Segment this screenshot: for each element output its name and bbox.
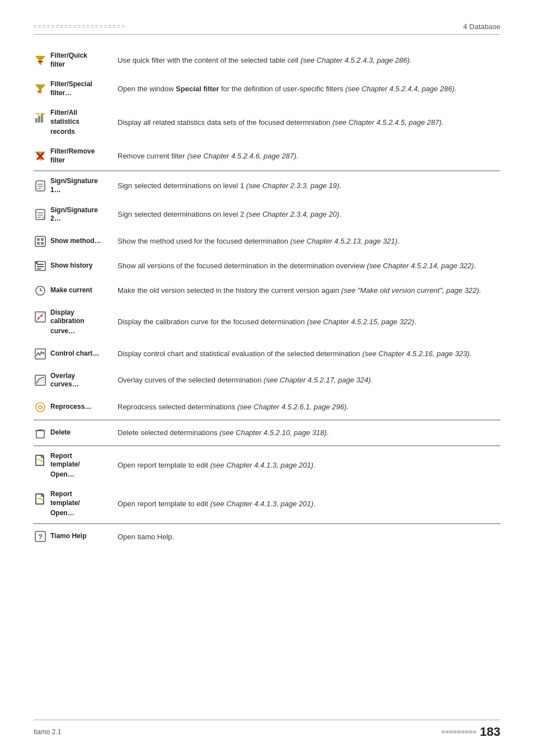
svg-rect-4 bbox=[35, 118, 38, 123]
svg-rect-24 bbox=[41, 242, 44, 245]
svg-text:?: ? bbox=[37, 90, 40, 95]
special-filter-icon: ? bbox=[34, 82, 47, 96]
report-template-icon bbox=[34, 492, 47, 506]
svg-text:?: ? bbox=[38, 533, 43, 541]
desc-report-template-2: Open report template to edit (see Chapte… bbox=[106, 484, 500, 524]
label-show-history: Show history bbox=[50, 262, 92, 270]
label-filter-all-stats: Filter/All statistics bbox=[50, 109, 102, 126]
label-sign1: Sign/Signature 1… bbox=[50, 177, 102, 194]
label-make-current: Make current bbox=[50, 286, 92, 295]
icon-cell-filter-remove: Filter/Remove filter bbox=[34, 142, 106, 171]
label-show-method: Show method… bbox=[50, 237, 101, 246]
label-sign2: Sign/Signature 2… bbox=[50, 206, 102, 223]
label-delete: Delete bbox=[50, 428, 71, 437]
help-icon: ? bbox=[34, 530, 47, 543]
main-table: Filter/Quick filterUse quick filter with… bbox=[34, 46, 500, 549]
desc-delete: Delete selected determinations (see Chap… bbox=[106, 420, 500, 446]
page-number: 183 bbox=[480, 725, 500, 739]
footer-left: tiamo 2.1 bbox=[34, 728, 61, 736]
desc-sign1: Sign selected determinations on level 1 … bbox=[106, 171, 500, 200]
desc-filter-all-stats: Display all related statistics data sets… bbox=[106, 103, 500, 142]
delete-icon bbox=[34, 426, 47, 440]
show-method-icon bbox=[34, 235, 47, 248]
display-cal-icon bbox=[34, 310, 47, 324]
svg-rect-5 bbox=[38, 116, 40, 123]
desc-display-cal: Display the calibration curve for the fo… bbox=[106, 303, 500, 342]
svg-rect-22 bbox=[41, 238, 44, 241]
icon-cell-report-template-2: Report template/Open… bbox=[34, 484, 106, 524]
sign1-icon bbox=[34, 179, 47, 193]
desc-control-chart: Display control chart and statistical ev… bbox=[106, 342, 500, 366]
icon-cell-control-chart: Control chart… bbox=[34, 342, 106, 366]
control-chart-icon bbox=[34, 347, 47, 361]
desc-filter-remove: Remove current filter (see Chapter 4.5.2… bbox=[106, 142, 500, 171]
top-chapter: 4 Database bbox=[463, 22, 501, 31]
desc-reprocess: Reprodcess selected determinations (see … bbox=[106, 395, 500, 420]
label-overlay-curves: Overlay curves… bbox=[50, 372, 102, 389]
svg-marker-44 bbox=[36, 455, 44, 465]
label-reprocess: Reprocess… bbox=[50, 403, 91, 412]
desc-filter-quick: Use quick filter with the content of the… bbox=[106, 46, 500, 74]
all-stats-icon bbox=[34, 111, 47, 124]
svg-rect-38 bbox=[36, 431, 44, 438]
icon-cell-sign2: 2Sign/Signature 2… bbox=[34, 200, 106, 229]
svg-marker-0 bbox=[35, 56, 45, 65]
desc-report-template-1: Open report template to edit (see Chapte… bbox=[106, 446, 500, 485]
label-display-cal: Display calibration bbox=[50, 309, 102, 326]
overlay-curves-icon bbox=[34, 374, 47, 387]
icon-cell-show-history: Show history bbox=[34, 254, 106, 278]
remove-filter-icon bbox=[34, 150, 47, 163]
footer-right: ========= 183 bbox=[441, 725, 500, 739]
label-filter-quick: Filter/Quick filter bbox=[50, 52, 102, 69]
desc-overlay-curves: Overlay curves of the selected determina… bbox=[106, 366, 500, 395]
label-filter-remove: Filter/Remove filter bbox=[50, 147, 102, 165]
label-tiamo-help: Tiamo Help bbox=[50, 532, 86, 541]
page: ===================== 4 Database Filter/… bbox=[0, 0, 534, 756]
svg-rect-23 bbox=[37, 242, 40, 245]
icon-cell-make-current: Make current bbox=[34, 278, 106, 303]
svg-rect-27 bbox=[37, 266, 44, 267]
top-bar: ===================== 4 Database bbox=[34, 22, 500, 35]
sign2-icon: 2 bbox=[34, 208, 47, 221]
quick-filter-icon bbox=[34, 54, 47, 67]
svg-rect-28 bbox=[37, 268, 41, 269]
label-filter-special: Filter/Special filter… bbox=[50, 80, 102, 97]
icon-cell-filter-all-stats: Filter/All statisticsrecords bbox=[34, 103, 106, 142]
svg-point-33 bbox=[41, 315, 43, 317]
svg-point-37 bbox=[36, 403, 45, 412]
desc-filter-special: Open the window Special filter for the d… bbox=[106, 74, 500, 103]
icon-cell-show-method: Show method… bbox=[34, 229, 106, 254]
report-template-icon bbox=[34, 454, 47, 467]
bottom-bar: tiamo 2.1 ========= 183 bbox=[34, 720, 500, 739]
svg-marker-46 bbox=[36, 494, 44, 504]
icon-cell-overlay-curves: Overlay curves… bbox=[34, 366, 106, 395]
icon-cell-filter-quick: Filter/Quick filter bbox=[34, 46, 106, 74]
show-history-icon bbox=[34, 259, 47, 273]
svg-rect-21 bbox=[37, 238, 40, 241]
desc-tiamo-help: Open tiamo Help. bbox=[106, 524, 500, 549]
label2-report-template-2: Open… bbox=[34, 509, 74, 518]
make-current-icon bbox=[34, 284, 47, 297]
top-dots: ===================== bbox=[34, 24, 126, 30]
icon-cell-sign1: Sign/Signature 1… bbox=[34, 171, 106, 200]
svg-text:2: 2 bbox=[42, 216, 45, 221]
label2-report-template-1: Open… bbox=[34, 470, 74, 479]
icon-cell-report-template-1: Report template/Open… bbox=[34, 446, 106, 485]
reprocess-icon bbox=[34, 400, 47, 414]
icon-cell-display-cal: Display calibrationcurve… bbox=[34, 303, 106, 342]
svg-rect-20 bbox=[35, 236, 45, 246]
icon-cell-tiamo-help: ?Tiamo Help bbox=[34, 524, 106, 549]
desc-show-method: Show the method used for the focused det… bbox=[106, 229, 500, 254]
svg-rect-11 bbox=[36, 181, 45, 191]
label2-display-cal: curve… bbox=[34, 327, 75, 336]
svg-point-32 bbox=[38, 318, 40, 319]
label2-filter-all-stats: records bbox=[34, 128, 75, 137]
icon-cell-reprocess: Reprocess… bbox=[34, 395, 106, 420]
desc-show-history: Show all versions of the focused determi… bbox=[106, 254, 500, 278]
desc-sign2: Sign selected determinations on level 2 … bbox=[106, 200, 500, 229]
icon-cell-filter-special: ?Filter/Special filter… bbox=[34, 74, 106, 103]
icon-cell-delete: Delete bbox=[34, 420, 106, 446]
label-report-template-1: Report template/ bbox=[50, 452, 102, 469]
label-control-chart: Control chart… bbox=[50, 349, 99, 358]
label-report-template-2: Report template/ bbox=[50, 490, 102, 507]
